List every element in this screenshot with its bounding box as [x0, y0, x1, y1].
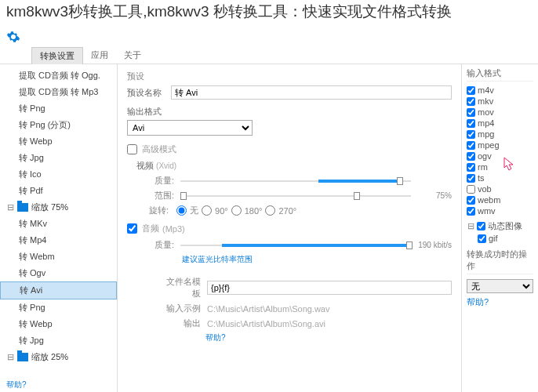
output-format-label: 输出格式	[127, 106, 452, 118]
format-mp4-checkbox[interactable]	[467, 119, 475, 128]
article-title: km8kwv3秒转换工具,km8kwv3 秒转换工具：快速实现文件格式转换	[0, 0, 538, 24]
video-range-slider[interactable]	[180, 191, 411, 201]
tree-item[interactable]: 转 Webp	[0, 316, 117, 332]
format-m4v-checkbox[interactable]	[467, 86, 475, 95]
tree-item[interactable]: 提取 CD音频 转 Ogg.	[0, 67, 117, 84]
input-example-value: C:\Music\Artist\Album\Song.wav	[207, 304, 452, 314]
tree-item[interactable]: 转 Png (分页)	[0, 117, 117, 133]
format-rm-checkbox[interactable]	[467, 163, 475, 172]
format-wmv-checkbox[interactable]	[467, 207, 475, 216]
preset-name-input[interactable]	[171, 85, 452, 100]
audio-quality-label: 质量:	[149, 239, 174, 251]
folder-icon	[17, 203, 28, 212]
audio-label: 音频	[142, 223, 159, 234]
video-codec: (Xvid)	[156, 162, 176, 170]
action-label: 转换成功时的操作	[467, 249, 533, 274]
tree-item[interactable]: 转 Ico	[0, 166, 117, 183]
format-ts-checkbox[interactable]	[467, 174, 475, 183]
tree-item[interactable]: 转 Pdf	[0, 183, 117, 199]
help-link[interactable]: 帮助?	[6, 379, 27, 390]
format-mpeg-checkbox[interactable]	[467, 141, 475, 150]
tree-item[interactable]: 转 Ogv	[0, 265, 117, 281]
tree-folder[interactable]: ⊟缩放 75%	[0, 199, 117, 216]
tree-item[interactable]: 转 Jpg	[0, 150, 117, 166]
tree-item[interactable]: 转 Png	[0, 299, 117, 316]
format-vob-checkbox[interactable]	[467, 185, 475, 194]
format-mov-checkbox[interactable]	[467, 108, 475, 117]
tree-item[interactable]: 转 Mp4	[0, 232, 117, 249]
cursor-icon	[503, 157, 516, 172]
format-mkv-checkbox[interactable]	[467, 97, 475, 106]
tree-item[interactable]: 转 Webm	[0, 249, 117, 265]
preset-tree[interactable]: 提取 CD音频 转 Ogg. 提取 CD音频 转 Mp3 转 Png 转 Png…	[0, 64, 118, 392]
audio-quality-slider[interactable]	[180, 240, 411, 251]
tree-item[interactable]: 转 Png	[0, 100, 117, 117]
help-link[interactable]: 帮助?	[205, 332, 452, 343]
bitrate-value: 190 kbit/s	[417, 241, 452, 249]
audio-codec: (Mp3)	[162, 224, 185, 234]
tree-item[interactable]: 转 Jpg	[0, 332, 117, 349]
tree-item[interactable]: 转 MKv	[0, 216, 117, 232]
range-label: 范围:	[149, 190, 174, 201]
tab-about[interactable]: 关于	[116, 47, 149, 64]
animated-checkbox[interactable]	[477, 222, 485, 230]
advanced-mode-checkbox[interactable]	[127, 144, 137, 154]
help-link[interactable]: 帮助?	[467, 296, 533, 308]
tree-item[interactable]: 提取 CD音频 转 Mp3	[0, 84, 117, 100]
rotate-180[interactable]	[231, 205, 242, 216]
collapse-icon[interactable]: ⊟	[6, 202, 14, 212]
preset-name-label: 预设名称	[127, 87, 166, 99]
folder-icon	[17, 353, 28, 361]
filename-template-input[interactable]	[207, 281, 452, 295]
video-label: 视频	[136, 161, 154, 170]
output-example-value: C:\Music\Artist\Album\Song.avi	[207, 319, 452, 328]
output-format-select[interactable]: Avi	[127, 120, 253, 136]
input-example-label: 输入示例	[158, 303, 201, 314]
advice-link[interactable]: 建议蓝光比特率范围	[182, 254, 452, 265]
rotate-270[interactable]	[265, 205, 275, 216]
filename-template-label: 文件名模板	[158, 276, 201, 299]
collapse-icon[interactable]: ⊟	[467, 221, 474, 231]
format-webm-checkbox[interactable]	[467, 196, 475, 205]
collapse-icon[interactable]: ⊟	[6, 352, 14, 362]
format-gif-checkbox[interactable]	[478, 234, 486, 243]
app-window: 转换设置 应用 关于 提取 CD音频 转 Ogg. 提取 CD音频 转 Mp3 …	[0, 16, 538, 392]
output-example-label: 输出	[158, 318, 201, 329]
rotate-none[interactable]	[176, 205, 187, 216]
tab-apply[interactable]: 应用	[83, 47, 116, 64]
input-formats-header: 输入格式	[467, 67, 533, 82]
menu-bar: 转换设置 应用 关于	[0, 47, 538, 64]
tree-folder[interactable]: ⊟缩放 25%	[0, 349, 117, 365]
animated-label: 动态图像	[488, 220, 522, 232]
preset-header: 预设	[127, 71, 452, 82]
rotate-90[interactable]	[202, 205, 212, 216]
format-ogv-checkbox[interactable]	[467, 152, 475, 161]
settings-panel: 预设 预设名称 输出格式 Avi 高级模式 视频 (Xvid) 质量: 范围: …	[118, 64, 461, 392]
advanced-mode-label: 高级模式	[142, 143, 176, 155]
tree-item[interactable]: 转 Webp	[0, 133, 117, 150]
quality-label: 质量:	[149, 175, 174, 187]
tree-item-selected[interactable]: 转 Avi	[0, 281, 117, 299]
video-quality-slider[interactable]	[180, 176, 411, 187]
audio-checkbox[interactable]	[127, 223, 137, 234]
rotate-label: 旋转:	[149, 205, 169, 216]
range-value: 75%	[417, 191, 452, 200]
tab-convert-settings[interactable]: 转换设置	[31, 47, 83, 64]
gear-icon	[6, 30, 20, 44]
format-mpg-checkbox[interactable]	[467, 130, 475, 139]
input-formats-panel: 输入格式 m4vmkvmovmp4mpgmpegogvrmtsvobwebmwm…	[461, 64, 538, 392]
action-select[interactable]: 无	[467, 279, 533, 293]
